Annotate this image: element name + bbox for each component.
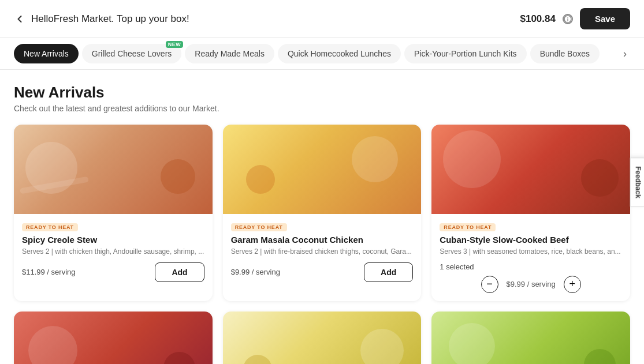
badge-ready-to-heat: READY TO HEAT [22, 223, 78, 231]
stepper-info: $9.99 / serving [507, 280, 556, 288]
tab-grilled-cheese[interactable]: Grilled Cheese Lovers NEW [82, 44, 182, 63]
price-display: $100.84 [520, 13, 556, 25]
card-price-garam-masala: $9.99 / serving [231, 268, 280, 276]
card-body-garam-masala: READY TO HEAT Garam Masala Coconut Chick… [223, 214, 422, 290]
card-body-cuban-beef: READY TO HEAT Cuban-Style Slow-Cooked Be… [431, 214, 630, 301]
card-body-spicy-creole: READY TO HEAT Spicy Creole Stew Serves 2… [14, 214, 213, 290]
card-desc-spicy-creole: Serves 2 | with chicken thigh, Andouille… [22, 247, 204, 257]
tab-new-arrivals[interactable]: New Arrivals [14, 44, 79, 63]
card-name-garam-masala: Garam Masala Coconut Chicken [231, 235, 414, 245]
card-wine-braised: READY TO HEAT Red Wine-Braised Beef Serv… [14, 312, 213, 364]
card-image-wine-braised [14, 312, 213, 364]
stepper-price-cuban-beef: $9.99 / serving [507, 280, 556, 288]
new-badge: NEW [166, 41, 184, 48]
section-subtitle: Check out the latest and greatest additi… [14, 104, 630, 113]
add-button-spicy-creole[interactable]: Add [155, 262, 204, 282]
card-garam-masala: READY TO HEAT Garam Masala Coconut Chick… [223, 125, 422, 301]
tab-ready-made[interactable]: Ready Made Meals [185, 44, 274, 63]
nav-tabs: New Arrivals Grilled Cheese Lovers NEW R… [0, 38, 644, 70]
card-desc-cuban-beef: Serves 3 | with seasoned tomatoes, rice,… [440, 247, 622, 257]
card-footer-spicy-creole: $11.99 / serving Add [22, 262, 204, 282]
tab-bundle-boxes[interactable]: Bundle Boxes [530, 44, 600, 63]
save-button[interactable]: Save [580, 8, 630, 29]
card-image-garam-masala [223, 125, 422, 214]
card-potato-fritters: NEW! Southwest Potato Fritters with Frie… [223, 312, 422, 364]
card-image-potato-fritters [223, 312, 422, 364]
header: HelloFresh Market. Top up your box! $100… [0, 0, 644, 38]
svg-text:i: i [567, 17, 569, 22]
card-caesar-salad: NEW! Caesar Salad & Fully Cooked Chicken… [431, 312, 630, 364]
card-image-cuban-beef [431, 125, 630, 214]
add-button-garam-masala[interactable]: Add [364, 262, 413, 282]
card-desc-garam-masala: Serves 2 | with fire-braised chicken thi… [231, 247, 414, 257]
card-image-caesar-salad [431, 312, 630, 364]
card-price-spicy-creole: $11.99 / serving [22, 268, 76, 276]
header-title: HelloFresh Market. Top up your box! [31, 13, 189, 25]
tab-quick-homecooked[interactable]: Quick Homecooked Lunches [278, 44, 401, 63]
card-image-spicy-creole [14, 125, 213, 214]
badge-ready-to-heat-2: READY TO HEAT [231, 223, 287, 231]
back-icon[interactable] [14, 13, 25, 25]
header-right: $100.84 i Save [520, 8, 631, 29]
tab-pick-your-portion[interactable]: Pick-Your-Portion Lunch Kits [404, 44, 527, 63]
card-footer-garam-masala: $9.99 / serving Add [231, 262, 414, 282]
main-content: New Arrivals Check out the latest and gr… [0, 70, 644, 364]
badge-ready-to-heat-3: READY TO HEAT [440, 223, 496, 231]
nav-arrow-right[interactable]: › [620, 46, 630, 62]
card-name-spicy-creole: Spicy Creole Stew [22, 235, 204, 245]
section-title: New Arrivals [14, 84, 630, 102]
card-footer-cuban-beef: 1 selected [440, 262, 622, 271]
stepper-plus-cuban-beef[interactable]: + [564, 276, 581, 293]
card-cuban-beef: READY TO HEAT Cuban-Style Slow-Cooked Be… [431, 125, 630, 301]
card-spicy-creole: READY TO HEAT Spicy Creole Stew Serves 2… [14, 125, 213, 301]
stepper-minus-cuban-beef[interactable]: − [481, 276, 498, 293]
stepper-row-cuban-beef: − $9.99 / serving + [440, 271, 622, 293]
feedback-tab[interactable]: Feedback [630, 157, 644, 207]
info-icon[interactable]: i [563, 14, 573, 24]
card-name-cuban-beef: Cuban-Style Slow-Cooked Beef [440, 235, 622, 245]
header-left: HelloFresh Market. Top up your box! [14, 13, 189, 25]
card-price-cuban-beef: 1 selected [440, 262, 474, 271]
cards-grid: READY TO HEAT Spicy Creole Stew Serves 2… [14, 125, 630, 364]
